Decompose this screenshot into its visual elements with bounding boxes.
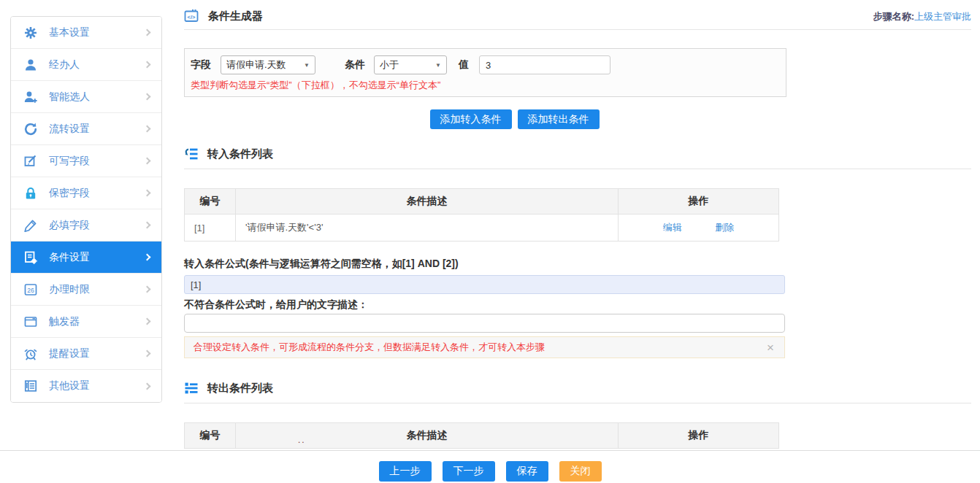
in-list-section-header: 转入条件列表	[184, 146, 971, 162]
table-header-row: 编号 条件描述 操作	[185, 189, 779, 215]
chevron-right-icon	[144, 125, 151, 133]
col-header-no: 编号	[185, 189, 236, 215]
refresh-icon	[23, 122, 39, 136]
step-name: 步骤名称:上级主管审批	[873, 10, 971, 23]
sidebar-item-trigger[interactable]: 触发器	[11, 306, 161, 338]
flow-settings-icon	[23, 250, 39, 265]
settings-sidebar: 基本设置 经办人 智能选人 流转设置	[10, 16, 162, 403]
notice-bar: 合理设定转入条件，可形成流程的条件分支，但数据满足转入条件，才可转入本步骤 ×	[184, 336, 785, 358]
condition-builder-panel: 字段 请假申请.天数 ▼ 条件 小于 ▼ 值 类型判断勾选显示“类型”（下拉框）…	[184, 48, 786, 97]
condition-select-value: 小于	[380, 58, 399, 72]
sidebar-item-label: 基本设置	[49, 26, 145, 39]
builder-hint-text: 类型判断勾选显示“类型”（下拉框），不勾选显示“单行文本”	[189, 79, 786, 92]
row-no: [1]	[185, 215, 236, 242]
field-select[interactable]: 请假申请.天数 ▼	[221, 55, 315, 74]
person-icon	[23, 58, 39, 72]
list-out-icon	[184, 381, 199, 395]
step-name-label: 步骤名称:	[873, 11, 914, 22]
divider	[184, 169, 971, 169]
alarm-icon	[23, 347, 39, 361]
chevron-right-icon	[144, 190, 151, 197]
out-list-section-header: 转出条件列表	[184, 380, 971, 396]
chevron-right-icon	[144, 286, 151, 293]
window-icon	[23, 314, 39, 329]
lock-icon	[23, 186, 39, 201]
sidebar-item-label: 智能选人	[49, 90, 145, 104]
out-condition-table: 编号 条件描述 操作	[184, 422, 779, 449]
chevron-right-icon	[144, 29, 151, 36]
table-row: [1] '请假申请.天数'<'3' 编辑 删除	[185, 215, 779, 242]
add-out-condition-button[interactable]: 添加转出条件	[518, 109, 600, 129]
formula-input[interactable]	[184, 275, 785, 294]
clipped-text: ..	[298, 435, 306, 445]
main-header: </> 条件生成器 步骤名称:上级主管审批	[184, 0, 971, 30]
in-condition-table: 编号 条件描述 操作 [1] '请假申请.天数'<'3' 编辑 删除	[184, 188, 779, 242]
delete-link[interactable]: 删除	[715, 222, 734, 233]
row-desc: '请假申请.天数'<'3'	[236, 215, 619, 242]
sidebar-item-label: 必填字段	[49, 219, 145, 232]
next-step-button[interactable]: 下一步	[443, 461, 495, 482]
list-in-icon	[184, 147, 199, 161]
chevron-right-icon	[144, 222, 151, 229]
col-header-op: 操作	[619, 423, 779, 449]
condition-select[interactable]: 小于 ▼	[374, 55, 447, 74]
calendar-icon: 26	[23, 282, 39, 297]
sidebar-item-label: 触发器	[49, 315, 145, 328]
sidebar-item-condition-settings[interactable]: 条件设置	[11, 242, 161, 274]
footer-buttons: 上一步 下一步 保存 关闭	[0, 461, 980, 482]
sidebar-item-time-limit[interactable]: 26 办理时限	[11, 274, 161, 306]
field-select-value: 请假申请.天数	[226, 58, 286, 72]
gear-icon	[23, 26, 39, 40]
formula-label: 转入条件公式(条件与逻辑运算符之间需空格，如[1] AND [2])	[184, 258, 971, 271]
sidebar-item-label: 经办人	[49, 58, 145, 72]
sidebar-item-other-settings[interactable]: 其他设置	[11, 370, 161, 402]
col-header-op: 操作	[619, 189, 779, 215]
formula-desc-input[interactable]	[184, 314, 785, 333]
notice-text: 合理设定转入条件，可形成流程的条件分支，但数据满足转入条件，才可转入本步骤	[194, 341, 545, 354]
sidebar-item-label: 办理时限	[49, 283, 145, 296]
chevron-right-icon	[144, 254, 151, 261]
col-header-desc: 条件描述	[236, 189, 619, 215]
table-header-row: 编号 条件描述 操作	[185, 423, 779, 449]
chevron-right-icon	[144, 318, 151, 325]
field-label: 字段	[191, 58, 211, 72]
edit-link[interactable]: 编辑	[663, 222, 682, 233]
sidebar-item-writable-fields[interactable]: 可写字段	[11, 145, 161, 177]
close-button[interactable]: 关闭	[559, 461, 602, 482]
sidebar-item-label: 其他设置	[49, 379, 145, 393]
chevron-right-icon	[144, 158, 151, 165]
svg-text:</>: </>	[188, 14, 196, 20]
chevron-right-icon	[144, 61, 151, 69]
sidebar-item-label: 提醒设置	[49, 347, 145, 360]
svg-text:26: 26	[27, 286, 34, 293]
sidebar-item-required-fields[interactable]: 必填字段	[11, 209, 161, 242]
sidebar-item-smart-select[interactable]: 智能选人	[11, 81, 161, 113]
divider	[184, 403, 971, 403]
condition-label: 条件	[345, 58, 365, 72]
sidebar-item-reminder-settings[interactable]: 提醒设置	[11, 338, 161, 370]
formula-desc-label: 不符合条件公式时，给用户的文字描述：	[184, 298, 971, 312]
main-content: </> 条件生成器 步骤名称:上级主管审批 字段 请假申请.天数 ▼ 条件 小于…	[184, 0, 971, 449]
edit-square-icon	[23, 154, 39, 169]
close-icon[interactable]: ×	[767, 341, 774, 354]
code-icon: </>	[184, 9, 199, 23]
person-plus-icon	[23, 90, 39, 104]
page-title: 条件生成器	[208, 9, 263, 23]
prev-step-button[interactable]: 上一步	[379, 461, 432, 482]
out-list-title: 转出条件列表	[207, 382, 273, 395]
condition-settings-page: 基本设置 经办人 智能选人 流转设置	[0, 0, 980, 483]
row-actions: 编辑 删除	[619, 215, 779, 242]
sidebar-item-handler[interactable]: 经办人	[11, 49, 161, 81]
in-list-title: 转入条件列表	[207, 147, 273, 161]
sidebar-item-label: 可写字段	[49, 155, 145, 168]
save-button[interactable]: 保存	[506, 461, 548, 482]
sidebar-item-basic-settings[interactable]: 基本设置	[11, 17, 161, 49]
col-header-desc: 条件描述	[236, 423, 619, 449]
sidebar-item-label: 保密字段	[49, 187, 145, 200]
sidebar-item-secret-fields[interactable]: 保密字段	[11, 177, 161, 209]
sidebar-item-flow-settings[interactable]: 流转设置	[11, 113, 161, 145]
add-in-condition-button[interactable]: 添加转入条件	[430, 109, 512, 129]
value-input[interactable]	[479, 55, 610, 74]
list-doc-icon	[23, 379, 39, 393]
value-label: 值	[459, 58, 469, 72]
